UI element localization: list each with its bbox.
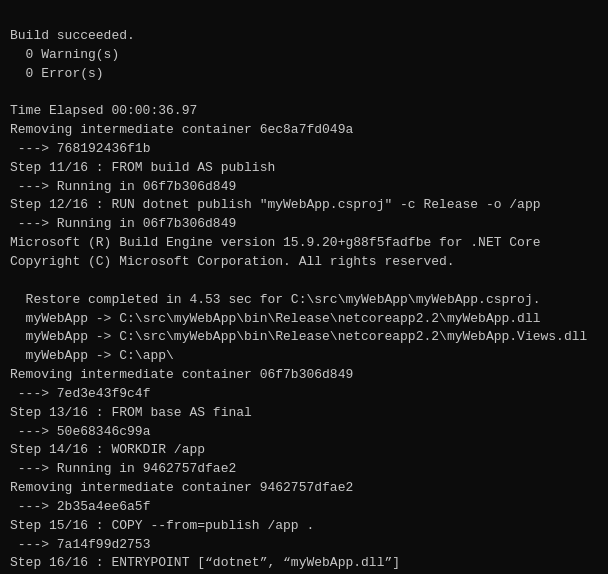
terminal-line: ---> 768192436f1b	[10, 140, 598, 159]
terminal-line	[10, 83, 598, 102]
terminal-line: 0 Error(s)	[10, 65, 598, 84]
terminal-line: ---> Running in 06f7b306d849	[10, 178, 598, 197]
terminal-line: Step 11/16 : FROM build AS publish	[10, 159, 598, 178]
terminal-line: myWebApp -> C:\app\	[10, 347, 598, 366]
terminal-line: Step 15/16 : COPY --from=publish /app .	[10, 517, 598, 536]
terminal-line: Microsoft (R) Build Engine version 15.9.…	[10, 234, 598, 253]
terminal-line: Copyright (C) Microsoft Corporation. All…	[10, 253, 598, 272]
terminal-line: ---> 7ed3e43f9c4f	[10, 385, 598, 404]
terminal-line: Time Elapsed 00:00:36.97	[10, 102, 598, 121]
terminal-output: Build succeeded. 0 Warning(s) 0 Error(s)…	[10, 8, 598, 574]
terminal-line: Step 13/16 : FROM base AS final	[10, 404, 598, 423]
terminal-line: ---> 2b35a4ee6a5f	[10, 498, 598, 517]
terminal-line: Removing intermediate container 9462757d…	[10, 479, 598, 498]
terminal-line: Step 12/16 : RUN dotnet publish "myWebAp…	[10, 196, 598, 215]
terminal-line: Removing intermediate container 06f7b306…	[10, 366, 598, 385]
terminal-line: ---> 50e68346c99a	[10, 423, 598, 442]
terminal-line: Removing intermediate container 6ec8a7fd…	[10, 121, 598, 140]
terminal-line: ---> Running in 06f7b306d849	[10, 215, 598, 234]
terminal-line: myWebApp -> C:\src\myWebApp\bin\Release\…	[10, 328, 598, 347]
terminal-line: Build succeeded.	[10, 27, 598, 46]
terminal-line: Step 16/16 : ENTRYPOINT [“dotnet”, “myWe…	[10, 554, 598, 573]
terminal-line: Restore completed in 4.53 sec for C:\src…	[10, 291, 598, 310]
terminal-line: 0 Warning(s)	[10, 46, 598, 65]
terminal-line: Step 14/16 : WORKDIR /app	[10, 441, 598, 460]
terminal-line: ---> Running in 9462757dfae2	[10, 460, 598, 479]
terminal-line	[10, 272, 598, 291]
terminal-line: ---> 7a14f99d2753	[10, 536, 598, 555]
terminal-line: myWebApp -> C:\src\myWebApp\bin\Release\…	[10, 310, 598, 329]
